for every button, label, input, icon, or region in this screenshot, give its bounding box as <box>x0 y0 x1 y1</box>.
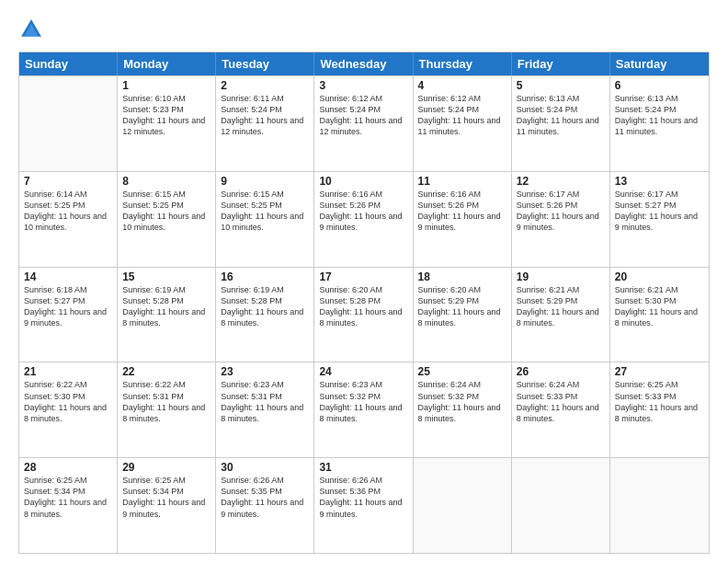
calendar-day-6: 6Sunrise: 6:13 AMSunset: 5:24 PMDaylight… <box>610 76 709 171</box>
day-number: 18 <box>418 270 506 283</box>
day-info: Sunrise: 6:15 AMSunset: 5:25 PMDaylight:… <box>122 189 210 234</box>
day-info: Sunrise: 6:20 AMSunset: 5:29 PMDaylight:… <box>418 284 506 329</box>
day-number: 25 <box>418 365 506 378</box>
day-info: Sunrise: 6:21 AMSunset: 5:29 PMDaylight:… <box>517 284 605 329</box>
day-number: 14 <box>24 270 112 283</box>
header-day-wednesday: Wednesday <box>314 52 413 75</box>
calendar-week-1: 1Sunrise: 6:10 AMSunset: 5:23 PMDaylight… <box>19 75 709 171</box>
day-info: Sunrise: 6:25 AMSunset: 5:34 PMDaylight:… <box>24 475 112 520</box>
day-info: Sunrise: 6:18 AMSunset: 5:27 PMDaylight:… <box>24 284 112 329</box>
day-number: 11 <box>418 175 506 188</box>
day-number: 8 <box>122 175 210 188</box>
header-day-thursday: Thursday <box>414 52 512 75</box>
calendar-day-16: 16Sunrise: 6:19 AMSunset: 5:28 PMDayligh… <box>216 268 314 362</box>
header <box>18 17 710 42</box>
calendar-day-22: 22Sunrise: 6:22 AMSunset: 5:31 PMDayligh… <box>118 362 216 457</box>
calendar-day-5: 5Sunrise: 6:13 AMSunset: 5:24 PMDaylight… <box>512 76 610 171</box>
day-info: Sunrise: 6:16 AMSunset: 5:26 PMDaylight:… <box>319 189 407 234</box>
calendar-day-25: 25Sunrise: 6:24 AMSunset: 5:32 PMDayligh… <box>414 362 512 457</box>
day-info: Sunrise: 6:21 AMSunset: 5:30 PMDaylight:… <box>615 284 704 329</box>
day-number: 21 <box>24 365 112 378</box>
day-number: 27 <box>615 365 704 378</box>
header-day-friday: Friday <box>512 52 610 75</box>
header-day-saturday: Saturday <box>610 52 709 75</box>
day-number: 19 <box>517 270 605 283</box>
day-info: Sunrise: 6:26 AMSunset: 5:36 PMDaylight:… <box>319 475 407 520</box>
logo-icon <box>18 17 44 42</box>
logo <box>18 17 46 42</box>
day-number: 20 <box>615 270 704 283</box>
header-day-sunday: Sunday <box>19 52 118 75</box>
calendar-day-12: 12Sunrise: 6:17 AMSunset: 5:26 PMDayligh… <box>512 172 610 267</box>
calendar-body: 1Sunrise: 6:10 AMSunset: 5:23 PMDaylight… <box>19 75 709 553</box>
calendar-week-2: 7Sunrise: 6:14 AMSunset: 5:25 PMDaylight… <box>19 171 709 267</box>
day-info: Sunrise: 6:10 AMSunset: 5:23 PMDaylight:… <box>122 93 210 138</box>
day-number: 12 <box>517 175 605 188</box>
calendar-day-27: 27Sunrise: 6:25 AMSunset: 5:33 PMDayligh… <box>610 362 709 457</box>
day-number: 15 <box>122 270 210 283</box>
calendar-day-empty <box>19 76 118 171</box>
day-info: Sunrise: 6:11 AMSunset: 5:24 PMDaylight:… <box>221 93 309 138</box>
calendar-day-13: 13Sunrise: 6:17 AMSunset: 5:27 PMDayligh… <box>610 172 709 267</box>
calendar-header: SundayMondayTuesdayWednesdayThursdayFrid… <box>19 52 709 75</box>
day-info: Sunrise: 6:22 AMSunset: 5:30 PMDaylight:… <box>24 379 112 424</box>
day-info: Sunrise: 6:12 AMSunset: 5:24 PMDaylight:… <box>418 93 506 138</box>
page: SundayMondayTuesdayWednesdayThursdayFrid… <box>0 0 728 563</box>
day-info: Sunrise: 6:19 AMSunset: 5:28 PMDaylight:… <box>221 284 309 329</box>
day-info: Sunrise: 6:14 AMSunset: 5:25 PMDaylight:… <box>24 189 112 234</box>
header-day-monday: Monday <box>118 52 216 75</box>
calendar-day-empty <box>610 458 709 553</box>
day-number: 17 <box>319 270 407 283</box>
day-number: 5 <box>517 79 605 92</box>
calendar: SundayMondayTuesdayWednesdayThursdayFrid… <box>18 52 710 554</box>
calendar-day-19: 19Sunrise: 6:21 AMSunset: 5:29 PMDayligh… <box>512 268 610 362</box>
day-info: Sunrise: 6:23 AMSunset: 5:31 PMDaylight:… <box>221 379 309 424</box>
day-info: Sunrise: 6:13 AMSunset: 5:24 PMDaylight:… <box>517 93 605 138</box>
calendar-day-empty <box>414 458 512 553</box>
day-number: 10 <box>319 175 407 188</box>
day-info: Sunrise: 6:17 AMSunset: 5:26 PMDaylight:… <box>517 189 605 234</box>
calendar-day-30: 30Sunrise: 6:26 AMSunset: 5:35 PMDayligh… <box>216 458 314 553</box>
day-info: Sunrise: 6:23 AMSunset: 5:32 PMDaylight:… <box>319 379 407 424</box>
calendar-day-21: 21Sunrise: 6:22 AMSunset: 5:30 PMDayligh… <box>19 362 118 457</box>
day-info: Sunrise: 6:25 AMSunset: 5:34 PMDaylight:… <box>122 475 210 520</box>
header-day-tuesday: Tuesday <box>216 52 314 75</box>
calendar-day-empty <box>512 458 610 553</box>
day-info: Sunrise: 6:22 AMSunset: 5:31 PMDaylight:… <box>122 379 210 424</box>
day-info: Sunrise: 6:24 AMSunset: 5:32 PMDaylight:… <box>418 379 506 424</box>
day-number: 7 <box>24 175 112 188</box>
day-info: Sunrise: 6:19 AMSunset: 5:28 PMDaylight:… <box>122 284 210 329</box>
calendar-week-5: 28Sunrise: 6:25 AMSunset: 5:34 PMDayligh… <box>19 457 709 553</box>
calendar-day-3: 3Sunrise: 6:12 AMSunset: 5:24 PMDaylight… <box>314 76 413 171</box>
calendar-day-24: 24Sunrise: 6:23 AMSunset: 5:32 PMDayligh… <box>314 362 413 457</box>
calendar-day-11: 11Sunrise: 6:16 AMSunset: 5:26 PMDayligh… <box>414 172 512 267</box>
calendar-week-3: 14Sunrise: 6:18 AMSunset: 5:27 PMDayligh… <box>19 267 709 362</box>
day-info: Sunrise: 6:26 AMSunset: 5:35 PMDaylight:… <box>221 475 309 520</box>
calendar-day-8: 8Sunrise: 6:15 AMSunset: 5:25 PMDaylight… <box>118 172 216 267</box>
day-number: 22 <box>122 365 210 378</box>
calendar-day-2: 2Sunrise: 6:11 AMSunset: 5:24 PMDaylight… <box>216 76 314 171</box>
calendar-day-23: 23Sunrise: 6:23 AMSunset: 5:31 PMDayligh… <box>216 362 314 457</box>
day-info: Sunrise: 6:15 AMSunset: 5:25 PMDaylight:… <box>221 189 309 234</box>
day-number: 6 <box>615 79 704 92</box>
day-info: Sunrise: 6:16 AMSunset: 5:26 PMDaylight:… <box>418 189 506 234</box>
day-info: Sunrise: 6:13 AMSunset: 5:24 PMDaylight:… <box>615 93 704 138</box>
day-number: 4 <box>418 79 506 92</box>
calendar-day-10: 10Sunrise: 6:16 AMSunset: 5:26 PMDayligh… <box>314 172 413 267</box>
day-info: Sunrise: 6:24 AMSunset: 5:33 PMDaylight:… <box>517 379 605 424</box>
calendar-day-1: 1Sunrise: 6:10 AMSunset: 5:23 PMDaylight… <box>118 76 216 171</box>
calendar-day-26: 26Sunrise: 6:24 AMSunset: 5:33 PMDayligh… <box>512 362 610 457</box>
day-number: 28 <box>24 461 112 474</box>
day-info: Sunrise: 6:12 AMSunset: 5:24 PMDaylight:… <box>319 93 407 138</box>
calendar-day-9: 9Sunrise: 6:15 AMSunset: 5:25 PMDaylight… <box>216 172 314 267</box>
day-number: 23 <box>221 365 309 378</box>
day-number: 3 <box>319 79 407 92</box>
day-info: Sunrise: 6:25 AMSunset: 5:33 PMDaylight:… <box>615 379 704 424</box>
calendar-day-31: 31Sunrise: 6:26 AMSunset: 5:36 PMDayligh… <box>314 458 413 553</box>
day-number: 30 <box>221 461 309 474</box>
day-number: 31 <box>319 461 407 474</box>
day-number: 29 <box>122 461 210 474</box>
calendar-day-7: 7Sunrise: 6:14 AMSunset: 5:25 PMDaylight… <box>19 172 118 267</box>
calendar-day-18: 18Sunrise: 6:20 AMSunset: 5:29 PMDayligh… <box>414 268 512 362</box>
day-number: 16 <box>221 270 309 283</box>
